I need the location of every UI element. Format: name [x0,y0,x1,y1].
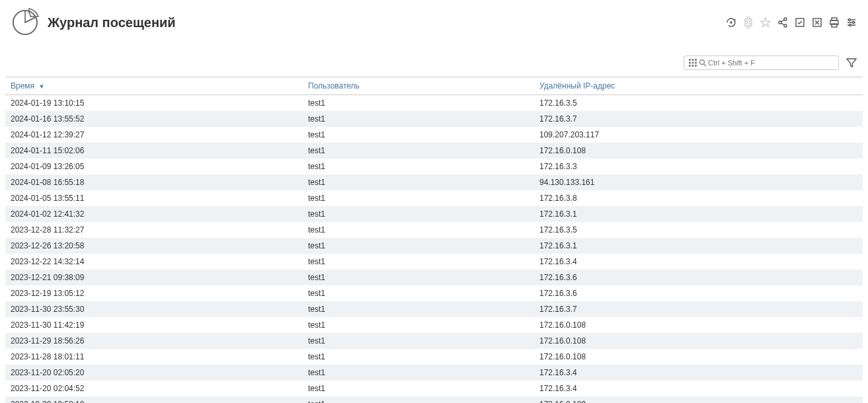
table-row[interactable]: 2024-01-02 12:41:32test1172.16.3.1 [5,206,863,222]
svg-point-22 [700,60,705,65]
cell-ip: 172.16.3.7 [534,301,863,317]
settings-sliders-icon[interactable] [846,17,857,28]
table-body: 2024-01-19 13:10:15test1172.16.3.52024-0… [5,95,863,404]
table-row[interactable]: 2024-01-09 13:26:05test1172.16.3.3 [5,159,863,174]
filter-icon[interactable] [846,57,857,69]
table-row[interactable]: 2023-12-26 13:20:58test1172.16.3.1 [5,238,863,254]
column-header-ip[interactable]: Удалённый IP-адрес [534,77,863,95]
svg-rect-5 [796,18,804,26]
cell-ip: 172.16.3.5 [534,95,863,112]
svg-rect-18 [695,62,697,64]
cell-ip: 172.16.0.108 [534,333,863,349]
cell-ip: 172.16.0.108 [534,317,863,333]
table-row[interactable]: 2023-11-28 18:01:11test1172.16.0.108 [5,349,863,365]
svg-rect-19 [689,65,691,67]
cell-user: test1 [303,127,534,143]
table-row[interactable]: 2023-11-20 02:04:52test1172.16.3.4 [5,381,863,396]
svg-rect-13 [689,59,691,61]
cell-user: test1 [303,285,534,301]
cell-time: 2024-01-05 13:55:11 [5,190,303,206]
cell-ip: 172.16.0.109 [534,396,863,403]
pie-chart-icon [11,8,40,37]
export-icon[interactable] [811,17,823,28]
visits-table: Время ▼ Пользователь Удалённый IP-адрес … [5,77,863,403]
svg-point-2 [784,18,787,20]
cell-ip: 172.16.3.6 [534,285,863,301]
cell-user: test1 [303,349,534,365]
search-row [0,42,868,77]
table-row[interactable]: 2024-01-16 13:55:52test1172.16.3.7 [5,111,863,127]
cell-time: 2023-11-29 18:56:26 [5,333,303,349]
table-row[interactable]: 2024-01-19 13:10:15test1172.16.3.5 [5,95,863,112]
svg-rect-21 [695,65,697,67]
cell-time: 2023-10-30 19:58:10 [5,396,303,403]
table-row[interactable]: 2024-01-05 13:55:11test1172.16.3.8 [5,190,863,206]
puzzle-icon [742,17,754,28]
column-header-time[interactable]: Время ▼ [5,77,303,95]
cell-user: test1 [303,396,534,403]
table-row[interactable]: 2024-01-08 16:55:18test194.130.133.161 [5,174,863,190]
table-row[interactable]: 2023-12-21 09:38:09test1172.16.3.6 [5,270,863,285]
cell-time: 2023-11-20 02:05:20 [5,365,303,381]
column-header-user-label: Пользователь [308,81,360,91]
cell-user: test1 [303,174,534,190]
refresh-icon[interactable] [725,17,737,28]
cell-time: 2024-01-16 13:55:52 [5,111,303,127]
cell-user: test1 [303,317,534,333]
sort-desc-icon: ▼ [38,83,44,90]
column-header-time-label: Время [11,81,34,91]
cell-user: test1 [303,254,534,270]
table-row[interactable]: 2024-01-11 15:02:06test1172.16.0.108 [5,143,863,159]
cell-ip: 172.16.3.4 [534,365,863,381]
print-icon[interactable] [828,17,840,28]
svg-point-10 [849,19,851,21]
table-row[interactable]: 2023-10-30 19:58:10test1172.16.0.109 [5,396,863,403]
cell-time: 2024-01-12 12:39:27 [5,127,303,143]
pin-icon [760,17,771,28]
cell-user: test1 [303,270,534,285]
cell-ip: 94.130.133.161 [534,174,863,190]
share-icon[interactable] [777,17,789,28]
cell-time: 2023-11-30 11:42:19 [5,317,303,333]
column-header-user[interactable]: Пользователь [303,77,534,95]
cell-user: test1 [303,95,534,112]
search-icon [699,59,707,67]
svg-rect-14 [692,59,694,61]
cell-ip: 172.16.3.1 [534,238,863,254]
table-row[interactable]: 2023-11-29 18:56:26test1172.16.0.108 [5,333,863,349]
cell-ip: 172.16.3.4 [534,381,863,396]
page-title: Журнал посещений [48,15,725,30]
import-icon[interactable] [794,17,806,28]
svg-rect-20 [692,65,694,67]
cell-user: test1 [303,190,534,206]
cell-time: 2023-12-19 13:05:12 [5,285,303,301]
table-row[interactable]: 2023-12-28 11:32:27test1172.16.3.5 [5,222,863,238]
cell-ip: 172.16.3.1 [534,206,863,222]
cell-ip: 172.16.3.3 [534,159,863,174]
cell-user: test1 [303,206,534,222]
table-row[interactable]: 2023-11-30 11:42:19test1172.16.0.108 [5,317,863,333]
table-row[interactable]: 2023-12-19 13:05:12test1172.16.3.6 [5,285,863,301]
cell-user: test1 [303,238,534,254]
svg-point-11 [853,22,855,24]
cell-user: test1 [303,143,534,159]
grid-icon [688,58,697,67]
cell-time: 2024-01-08 16:55:18 [5,174,303,190]
table-row[interactable]: 2023-12-22 14:32:14test1172.16.3.4 [5,254,863,270]
svg-rect-15 [695,59,697,61]
cell-ip: 172.16.3.6 [534,270,863,285]
search-box[interactable] [684,55,839,70]
cell-time: 2023-12-26 13:20:58 [5,238,303,254]
search-input[interactable] [708,59,834,67]
svg-point-3 [779,21,781,24]
svg-point-1 [730,22,732,23]
cell-ip: 172.16.0.108 [534,349,863,365]
table-row[interactable]: 2023-11-20 02:05:20test1172.16.3.4 [5,365,863,381]
table-row[interactable]: 2023-11-30 23:55:30test1172.16.3.7 [5,301,863,317]
cell-user: test1 [303,365,534,381]
svg-rect-17 [692,62,694,64]
cell-user: test1 [303,333,534,349]
cell-user: test1 [303,222,534,238]
table-row[interactable]: 2024-01-12 12:39:27test1109.207.203.117 [5,127,863,143]
cell-time: 2023-11-28 18:01:11 [5,349,303,365]
